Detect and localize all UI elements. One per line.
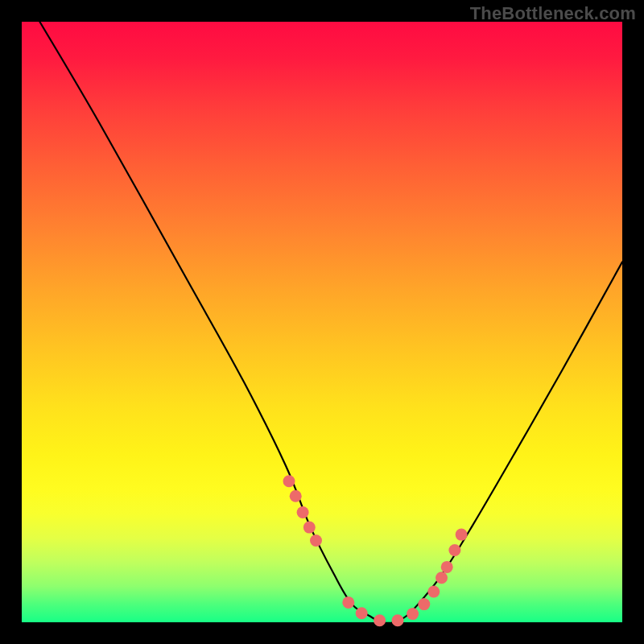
attribution-label: TheBottleneck.com — [470, 3, 636, 24]
highlight-dot — [436, 572, 448, 584]
highlight-dot — [342, 597, 354, 609]
highlight-dot — [407, 608, 419, 620]
highlight-dot — [392, 614, 404, 626]
chart-stage: TheBottleneck.com — [0, 0, 644, 644]
highlight-dot — [283, 475, 295, 487]
highlight-dot — [303, 522, 316, 534]
highlight-dot — [310, 535, 322, 547]
highlight-dot — [297, 506, 309, 518]
bottleneck-curve — [39, 22, 622, 623]
plot-area — [22, 22, 622, 622]
highlight-dot — [448, 544, 460, 556]
highlight-dot — [441, 561, 453, 573]
highlight-dot — [290, 490, 302, 502]
highlight-dot — [456, 529, 468, 541]
highlight-dot — [418, 598, 430, 610]
highlight-dot — [356, 607, 368, 619]
highlight-dot — [374, 614, 386, 626]
highlight-dot — [427, 586, 440, 598]
highlight-dots — [283, 475, 468, 626]
curve-layer — [22, 22, 622, 622]
